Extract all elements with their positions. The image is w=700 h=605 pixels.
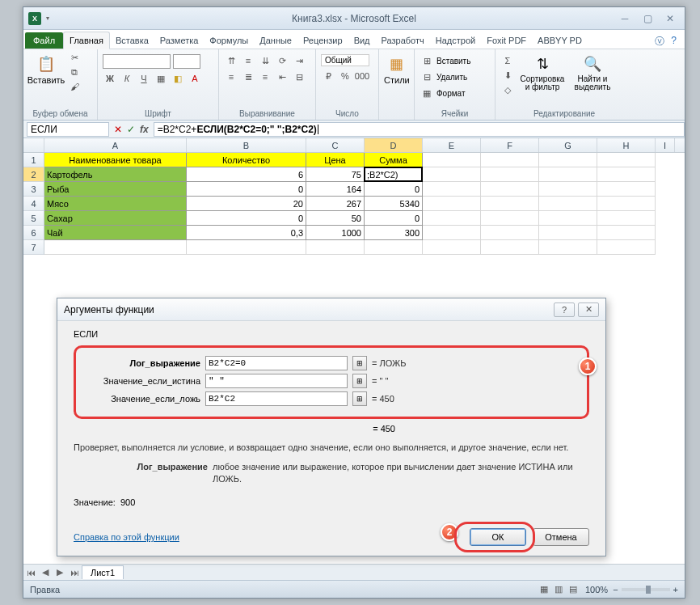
sheet-nav-last-icon[interactable]: ⏭ <box>67 568 82 578</box>
dialog-titlebar[interactable]: Аргументы функции ? ✕ <box>57 298 605 321</box>
cell-G1[interactable] <box>539 153 597 167</box>
zoom-out-icon[interactable]: − <box>613 585 618 594</box>
indent-dec-icon[interactable]: ⇤ <box>275 70 289 83</box>
format-cells[interactable]: ▦Формат <box>420 87 466 99</box>
cell-C1[interactable]: Цена <box>306 153 365 167</box>
cell-A2[interactable]: Картофель <box>44 167 187 182</box>
delete-cells[interactable]: ⊟Удалить <box>420 70 467 83</box>
bold-icon[interactable]: Ж <box>103 72 117 85</box>
align-middle-icon[interactable]: ≡ <box>241 54 255 67</box>
row-7[interactable]: 7 <box>23 240 44 255</box>
find-select-button[interactable]: 🔍 Найти и выделить <box>570 51 615 91</box>
cell-B5[interactable]: 0 <box>187 211 306 226</box>
dialog-help-button[interactable]: ? <box>554 302 575 317</box>
font-color-icon[interactable]: A <box>188 72 202 85</box>
row-6[interactable]: 6 <box>23 226 44 240</box>
tab-foxit[interactable]: Foxit PDF <box>481 32 532 49</box>
tab-insert[interactable]: Вставка <box>110 32 154 49</box>
dialog-close-button[interactable]: ✕ <box>578 302 599 317</box>
italic-icon[interactable]: К <box>120 72 134 85</box>
align-bottom-icon[interactable]: ⇊ <box>258 54 272 67</box>
comma-icon[interactable]: 000 <box>355 70 369 82</box>
paste-button[interactable]: 📋 Вставить <box>28 51 64 85</box>
tab-abbyy[interactable]: ABBYY PD <box>532 32 588 49</box>
col-E[interactable]: E <box>423 138 481 152</box>
tab-developer[interactable]: Разработч <box>376 32 430 49</box>
cell-B6[interactable]: 0,3 <box>187 226 306 240</box>
cell-A4[interactable]: Мясо <box>44 197 187 211</box>
cancel-formula-icon[interactable]: ✕ <box>114 124 122 135</box>
col-B[interactable]: B <box>187 138 306 152</box>
fill-icon[interactable]: ⬇ <box>500 69 515 82</box>
cut-icon[interactable]: ✂ <box>67 51 82 64</box>
file-tab[interactable]: Файл <box>25 32 63 49</box>
col-I[interactable]: I <box>656 138 675 152</box>
ribbon-minimize-icon[interactable]: ⓥ <box>655 35 664 49</box>
qat-dropdown-icon[interactable]: ▾ <box>46 15 54 22</box>
cell-A6[interactable]: Чай <box>44 226 187 240</box>
cell-B1[interactable]: Количество <box>187 153 306 167</box>
zoom-in-icon[interactable]: + <box>673 585 678 594</box>
tab-view[interactable]: Вид <box>348 32 376 49</box>
sheet-nav-prev-icon[interactable]: ◀ <box>38 567 53 578</box>
cell-D4[interactable]: 5340 <box>365 197 423 211</box>
cell-A5[interactable]: Сахар <box>44 211 187 226</box>
underline-icon[interactable]: Ч <box>137 72 151 85</box>
border-icon[interactable]: ▦ <box>154 72 168 85</box>
tab-review[interactable]: Рецензир <box>297 32 348 49</box>
tab-layout[interactable]: Разметка <box>154 32 205 49</box>
col-G[interactable]: G <box>539 138 597 152</box>
insert-cells[interactable]: ⊞Вставить <box>420 54 470 67</box>
cell-D3[interactable]: 0 <box>365 182 423 197</box>
styles-button[interactable]: ▦ Стили <box>384 51 410 85</box>
align-right-icon[interactable]: ≡ <box>258 70 272 83</box>
wrap-icon[interactable]: ⇥ <box>292 54 306 67</box>
cell-A3[interactable]: Рыба <box>44 182 187 197</box>
minimize-button[interactable]: ─ <box>614 11 636 26</box>
col-F[interactable]: F <box>481 138 539 152</box>
tab-home[interactable]: Главная <box>63 32 110 49</box>
format-painter-icon[interactable]: 🖌 <box>67 80 82 93</box>
row-4[interactable]: 4 <box>23 197 44 211</box>
fill-color-icon[interactable]: ◧ <box>171 72 185 85</box>
autosum-icon[interactable]: Σ <box>500 54 515 67</box>
sheet-tab-1[interactable]: Лист1 <box>82 565 124 579</box>
tab-data[interactable]: Данные <box>254 32 297 49</box>
sort-filter-button[interactable]: ⇅ Сортировка и фильтр <box>518 51 567 91</box>
name-box[interactable]: ЕСЛИ <box>27 122 109 137</box>
cell-C5[interactable]: 50 <box>306 211 365 226</box>
cell-F1[interactable] <box>481 153 539 167</box>
row-5[interactable]: 5 <box>23 211 44 226</box>
copy-icon[interactable]: ⧉ <box>67 66 82 78</box>
view-pagebreak-icon[interactable]: ▤ <box>566 583 580 596</box>
cancel-button[interactable]: Отмена <box>533 528 589 546</box>
merge-icon[interactable]: ⊟ <box>292 70 306 83</box>
help-link[interactable]: Справка по этой функции <box>74 532 179 542</box>
arg1-input[interactable] <box>205 356 348 370</box>
col-C[interactable]: C <box>306 138 365 152</box>
cell-C3[interactable]: 164 <box>306 182 365 197</box>
select-all-corner[interactable] <box>23 138 44 152</box>
font-name[interactable] <box>103 54 171 69</box>
tab-addins[interactable]: Надстрой <box>430 32 481 49</box>
arg2-input[interactable] <box>205 374 348 388</box>
orientation-icon[interactable]: ⟳ <box>275 54 289 67</box>
cell-D5[interactable]: 0 <box>365 211 423 226</box>
currency-icon[interactable]: ₽ <box>321 70 335 82</box>
row-1[interactable]: 1 <box>23 153 44 167</box>
arg2-picker-icon[interactable]: ⊞ <box>352 374 367 388</box>
cell-B4[interactable]: 20 <box>187 197 306 211</box>
align-top-icon[interactable]: ⇈ <box>224 54 238 67</box>
cell-B3[interactable]: 0 <box>187 182 306 197</box>
row-3[interactable]: 3 <box>23 182 44 197</box>
ok-button[interactable]: ОК <box>470 528 526 546</box>
arg3-input[interactable] <box>205 391 348 406</box>
cell-C2[interactable]: 75 <box>306 167 365 182</box>
row-2[interactable]: 2 <box>23 167 44 182</box>
clear-icon[interactable]: ◇ <box>500 83 515 96</box>
sheet-nav-first-icon[interactable]: ⏮ <box>23 568 38 578</box>
cell-E1[interactable] <box>423 153 481 167</box>
formula-input[interactable]: =B2*C2+ЕСЛИ(B2*C2=0;" ";B2*C2) <box>154 122 685 137</box>
number-format[interactable]: Общий <box>321 54 369 66</box>
view-normal-icon[interactable]: ▦ <box>537 583 551 596</box>
